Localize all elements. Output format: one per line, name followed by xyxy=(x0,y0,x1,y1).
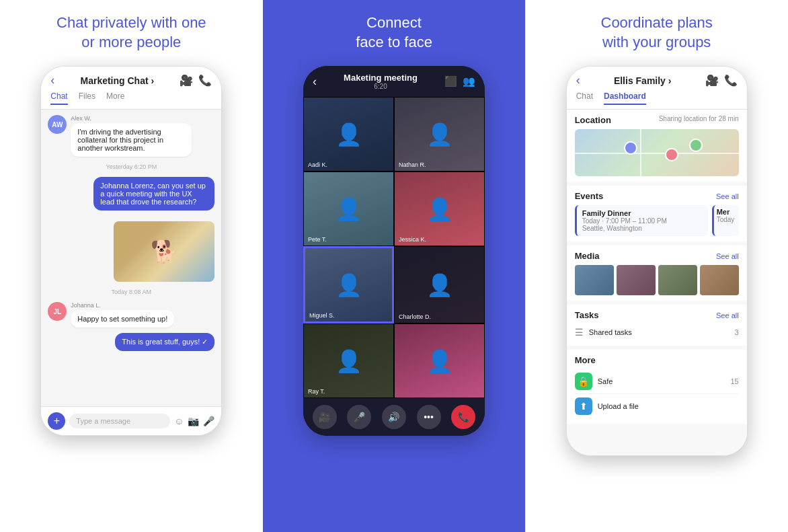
phone-call-icon[interactable]: 📞 xyxy=(198,74,212,87)
event-title: Mer xyxy=(717,208,736,216)
video-cell: 👤 Nathan R. xyxy=(394,97,485,172)
tab-dashboard[interactable]: Dashboard xyxy=(604,91,646,105)
toggle-camera-button[interactable]: 🎥 xyxy=(313,405,337,429)
add-attachment-button[interactable]: + xyxy=(48,412,65,430)
participants-icon[interactable]: 👥 xyxy=(463,75,475,87)
mic-icon[interactable]: 🎤 xyxy=(203,416,214,426)
events-see-all[interactable]: See all xyxy=(716,192,739,200)
emoji-icon[interactable]: ☺ xyxy=(174,416,184,426)
chat-back-button[interactable]: ‹ xyxy=(50,73,54,87)
video-back-button[interactable]: ‹ xyxy=(313,75,317,89)
events-section-title: Events xyxy=(575,191,604,201)
participant-name: Nathan R. xyxy=(399,161,426,168)
list-item: Family Dinner Today · 7:00 PM – 11:00 PM… xyxy=(575,205,708,236)
dog-image: 🐕 xyxy=(114,221,214,282)
list-item: 🔒 Safe 15 xyxy=(575,369,739,394)
map-road-horizontal xyxy=(575,153,739,154)
tab-chat[interactable]: Chat xyxy=(576,91,593,105)
tasks-see-all[interactable]: See all xyxy=(716,311,739,319)
video-call-icon[interactable]: 🎥 xyxy=(705,74,719,87)
media-section: Media See all xyxy=(567,245,747,301)
media-thumbnail[interactable] xyxy=(700,265,739,295)
safe-label: Safe xyxy=(598,377,613,385)
message-timestamp: Today 8:08 AM xyxy=(48,289,214,295)
video-call-icon[interactable]: 🎥 xyxy=(180,74,193,87)
list-item: Mer Today xyxy=(712,205,739,236)
media-thumbnail[interactable] xyxy=(575,265,614,295)
list-item: ☰ Shared tasks 3 xyxy=(575,324,739,340)
chat-messages: AW Alex W. I'm driving the advertising c… xyxy=(41,110,221,406)
dashboard-tabs: Chat Dashboard xyxy=(576,91,738,109)
speaker-button[interactable]: 🔊 xyxy=(382,405,406,429)
message-text: Happy to set something up! xyxy=(71,310,174,328)
list-item: JL Johanna L. Happy to set something up! xyxy=(48,302,214,328)
chat-input-icons: ☺ 📷 🎤 xyxy=(174,416,214,426)
map-pin xyxy=(689,139,703,152)
tasks-section-header: Tasks See all xyxy=(575,310,739,320)
meeting-time: 6:20 xyxy=(344,83,418,90)
tab-chat[interactable]: Chat xyxy=(50,91,67,105)
more-left: ⬆ Upload a file xyxy=(575,397,639,415)
toggle-mute-button[interactable]: 🎤 xyxy=(347,405,371,429)
media-see-all[interactable]: See all xyxy=(716,252,739,260)
more-section: More 🔒 Safe 15 ⬆ Upload a file xyxy=(567,350,747,424)
chat-input[interactable]: Type a message xyxy=(69,414,170,428)
message-bubble: Johanna L. Happy to set something up! xyxy=(71,302,174,328)
tab-more[interactable]: More xyxy=(106,91,124,105)
video-cell: 👤 Pete T. xyxy=(303,172,394,246)
event-title: Family Dinner xyxy=(582,209,703,217)
list-item: Johanna Lorenz, can you set up a quick m… xyxy=(48,177,214,211)
task-left: ☰ Shared tasks xyxy=(575,327,632,338)
tab-files[interactable]: Files xyxy=(79,91,95,105)
upload-icon: ⬆ xyxy=(575,397,592,415)
task-count: 3 xyxy=(735,328,739,336)
location-section: Location Sharing location for 28 min xyxy=(567,110,747,182)
media-thumbnail[interactable] xyxy=(617,265,656,295)
participant-name: Ray T. xyxy=(308,388,325,395)
avatar: JL xyxy=(48,302,67,321)
screen-share-icon[interactable]: ⬛ xyxy=(444,75,457,87)
media-thumbnail[interactable] xyxy=(658,265,697,295)
list-item: AW Alex W. I'm driving the advertising c… xyxy=(48,115,214,157)
location-sharing-text: Sharing location for 28 min xyxy=(659,115,739,122)
message-sent: This is great stuff, guys! ✓ xyxy=(115,333,214,351)
task-list-icon: ☰ xyxy=(575,327,584,338)
chat-header: ‹ Marketing Chat › 🎥 📞 Chat Files More xyxy=(41,67,221,110)
dashboard-content: Location Sharing location for 28 min Eve… xyxy=(567,110,747,455)
panel-video: Connect face to face ‹ Maketing meeting … xyxy=(263,0,526,532)
group-title: Ellis Family › xyxy=(614,75,672,86)
video-cell: 👤 Miguel S. xyxy=(303,246,394,324)
list-item: 🐕 xyxy=(48,219,214,282)
media-grid xyxy=(575,265,739,295)
upload-label: Upload a file xyxy=(598,402,639,410)
dash-nav-row: ‹ Ellis Family › 🎥 📞 xyxy=(576,73,738,87)
location-section-header: Location Sharing location for 28 min xyxy=(575,115,739,125)
panel-dashboard-title: Coordinate plans with your groups xyxy=(601,13,713,54)
media-section-title: Media xyxy=(575,251,600,261)
message-sent: Johanna Lorenz, can you set up a quick m… xyxy=(93,177,214,211)
meeting-title: Maketing meeting xyxy=(344,73,418,83)
video-cell: 👤 Ray T. xyxy=(303,324,394,398)
more-section-header: More xyxy=(575,355,739,365)
camera-icon[interactable]: 📷 xyxy=(188,416,199,426)
task-label: Shared tasks xyxy=(589,328,632,336)
phone-call-icon[interactable]: 📞 xyxy=(724,74,738,87)
chat-tabs: Chat Files More xyxy=(50,91,212,109)
avatar: AW xyxy=(48,115,67,134)
panel-dashboard: Coordinate plans with your groups ‹ Elli… xyxy=(525,0,788,532)
event-time: Today · 7:00 PM – 11:00 PM xyxy=(582,217,703,225)
participant-name: Aadi K. xyxy=(308,161,327,168)
more-section-title: More xyxy=(575,355,596,365)
location-section-title: Location xyxy=(575,115,611,125)
end-call-button[interactable]: 📞 xyxy=(451,405,475,429)
video-cell: 👤 xyxy=(394,324,485,398)
message-sender: Alex W. xyxy=(71,115,192,122)
panel-video-title: Connect face to face xyxy=(356,13,432,54)
map-pin xyxy=(665,148,678,161)
message-text: I'm driving the advertising collateral f… xyxy=(71,123,192,157)
more-options-button[interactable]: ••• xyxy=(417,405,441,429)
message-timestamp: Yesterday 6:20 PM xyxy=(48,163,214,170)
map-road-vertical xyxy=(640,129,641,176)
dashboard-back-button[interactable]: ‹ xyxy=(576,73,580,87)
safe-icon: 🔒 xyxy=(575,373,592,390)
